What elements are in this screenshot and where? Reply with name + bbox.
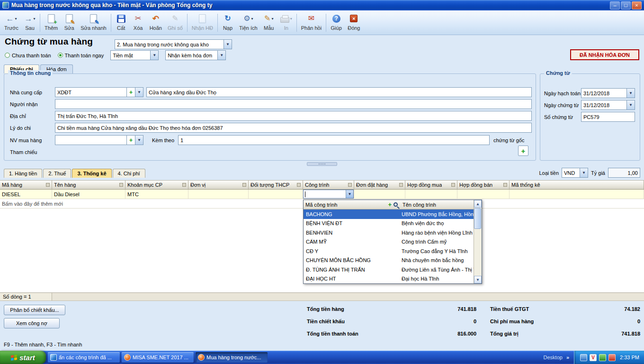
scrollbar[interactable]: ▲ ▼ (474, 200, 482, 283)
column-header-ma-thong-ke[interactable]: Mã thống kê (510, 181, 644, 189)
pin-column-icon[interactable] (119, 183, 123, 187)
toolbar-button-nhan-hd[interactable]: Nhận HĐ (189, 11, 216, 34)
cell-ma-hang[interactable]: DIESEL (0, 190, 52, 199)
attach-field[interactable]: 1 (178, 135, 490, 145)
cell-don-vi[interactable] (188, 190, 249, 199)
toolbar-button-mau[interactable]: ✎▾ Mẫu (260, 11, 277, 34)
doc-no-field[interactable]: PC579 (581, 112, 635, 122)
toolbar-button-nap[interactable]: ↻ Nạp (219, 11, 236, 34)
desktop-toolbar[interactable]: Desktop » (539, 355, 574, 360)
dropdown-caret-icon[interactable]: ▾ (290, 17, 292, 21)
chevron-down-icon[interactable]: ▼ (150, 51, 158, 60)
combo-dropdown-button[interactable]: ▼ (346, 190, 353, 198)
pin-column-icon[interactable] (451, 183, 455, 187)
invoice-option-select[interactable]: Nhận kèm hóa đơn ▼ (165, 50, 226, 60)
radio-chua-thanh-toan[interactable]: Chưa thanh toán (5, 53, 51, 58)
cell-hop-dong-mua[interactable] (405, 190, 457, 199)
table-row[interactable]: DIESEL Dầu Diesel MTC ▼ (0, 190, 644, 199)
list-item[interactable]: CHUYÊN MÔN BẮC HỒNGNhà chuyên môn bắc hồ… (304, 256, 474, 265)
toolbar-button-xoa[interactable]: ✂ Xóa (130, 11, 147, 34)
start-button[interactable]: start (0, 351, 46, 364)
pin-column-icon[interactable] (46, 183, 50, 187)
add-new-icon[interactable]: + (388, 201, 392, 208)
allocate-discount-button[interactable]: Phân bổ chiết khấu... (4, 305, 65, 315)
radio-selected-icon[interactable] (58, 53, 63, 58)
cong-trinh-editor[interactable]: ▼ (303, 190, 354, 199)
view-debt-button[interactable]: Xem công nợ (4, 318, 60, 328)
add-new-icon[interactable]: + (126, 136, 135, 145)
radio-icon[interactable] (5, 53, 10, 58)
column-header-hop-dong-ban[interactable]: Hợp đồng bán (457, 181, 510, 189)
chevron-down-icon[interactable]: ▼ (580, 168, 588, 177)
add-reference-button[interactable]: + (518, 146, 528, 156)
chevron-down-icon[interactable]: ▼ (626, 100, 635, 109)
tab-thong-ke[interactable]: 3. Thống kê (72, 169, 111, 178)
taskbar-task-3[interactable]: Mua hàng trong nước... (196, 352, 268, 363)
doc-date-picker[interactable]: 31/12/2018 ▼ (581, 100, 635, 110)
expand-chevron-icon[interactable]: » (566, 355, 569, 360)
radio-thanh-toan-ngay[interactable]: Thanh toán ngay (58, 53, 104, 58)
toolbar-button-in[interactable]: ▾ In (277, 11, 295, 34)
toolbar-button-phan-hoi[interactable]: ✉ Phản hồi (298, 11, 324, 34)
list-item[interactable]: CĐ YTrường Cao đẳng Y Hà Tĩnh (304, 246, 474, 256)
toolbar-button-truoc[interactable]: ←▾ Trước (1, 11, 21, 34)
toolbar-button-sua[interactable]: ✎ Sửa (61, 11, 78, 34)
toolbar-button-hoan[interactable]: ↶ Hoãn (147, 11, 165, 34)
taskbar-task-2[interactable]: MISA SME.NET 2017 ... (122, 352, 194, 363)
list-item[interactable]: CẨM MỸCông trình Cẩm mỹ (304, 237, 474, 247)
pin-column-icon[interactable] (242, 183, 246, 187)
maximize-button[interactable]: □ (621, 1, 631, 9)
taskbar-task-1[interactable]: ẩn các công trình đã ... (48, 352, 120, 363)
address-field[interactable]: Thị trấn Đức Thọ, Hà Tĩnh (55, 111, 532, 121)
column-header-khoan-muc-cp[interactable]: Khoản mục CP (125, 181, 188, 189)
scroll-down-button[interactable]: ▼ (474, 276, 482, 283)
chevron-down-icon[interactable]: ▼ (135, 88, 143, 97)
pin-column-icon[interactable] (182, 183, 186, 187)
cell-don-dat-hang[interactable] (354, 190, 405, 199)
chevron-down-icon[interactable]: ▼ (626, 89, 635, 98)
toolbar-button-sau[interactable]: →▾ Sau (21, 11, 38, 34)
list-item[interactable]: BACHONGUBND Phường Bắc Hồng, Hồng Lĩnh (304, 209, 474, 219)
toolbar-button-them[interactable]: + Thêm (42, 11, 61, 34)
reason-field[interactable]: Chi tiền mua hàng Cửa hàng xăng dầu Đức … (55, 123, 532, 133)
pin-column-icon[interactable] (297, 183, 301, 187)
receiver-field[interactable] (55, 99, 532, 109)
chevron-down-icon[interactable]: ▼ (224, 40, 232, 49)
posting-date-picker[interactable]: 31/12/2018 ▼ (581, 88, 635, 98)
search-icon[interactable] (394, 202, 398, 207)
list-item[interactable]: ĐẠI HỌC HTĐại học Hà Tĩnh (304, 274, 474, 284)
dropdown-caret-icon[interactable]: ▾ (15, 17, 17, 21)
column-header-don-vi[interactable]: Đơn vị (188, 181, 249, 189)
network-icon[interactable] (580, 354, 587, 361)
list-item[interactable]: BỆNH VIỆN ĐTBệnh viện đức thọ (304, 219, 474, 228)
payment-method-select[interactable]: Tiền mặt ▼ (110, 50, 159, 60)
column-header-cong-trinh[interactable]: Công trình (303, 181, 354, 189)
tab-hang-tien[interactable]: 1. Hàng tiền (4, 169, 42, 178)
column-header-ma-hang[interactable]: Mã hàng (0, 181, 52, 189)
chevron-down-icon[interactable]: ▼ (135, 136, 143, 145)
pin-column-icon[interactable] (399, 183, 403, 187)
supplier-combo[interactable]: XDĐT + ▼ (55, 87, 143, 97)
scroll-up-button[interactable]: ▲ (474, 200, 482, 208)
close-button[interactable]: × (632, 1, 642, 9)
scrollbar-track[interactable] (474, 208, 482, 276)
dropdown-caret-icon[interactable]: ▾ (251, 17, 253, 21)
splitter-grip[interactable] (307, 162, 337, 166)
cell-khoan-muc-cp[interactable]: MTC (125, 190, 188, 199)
pin-column-icon[interactable] (503, 183, 507, 187)
list-item[interactable]: Đ. TÙNG ẢNH THỊ TRẤNĐường Liên xã Tùng Ả… (304, 265, 474, 274)
cell-doi-tuong-thcp[interactable] (249, 190, 303, 199)
scrollbar-thumb[interactable] (474, 208, 481, 229)
security-alert-icon[interactable] (608, 354, 616, 361)
toolbar-button-ghi-so[interactable]: ✎ Ghi sổ (165, 11, 186, 34)
toolbar-button-sua-nhanh[interactable]: ✎ Sửa nhanh (78, 11, 109, 34)
toolbar-button-dong[interactable]: × Đóng (345, 11, 363, 34)
tab-thue[interactable]: 2. Thuế (43, 169, 71, 178)
toolbar-button-cat[interactable]: Cất (113, 11, 130, 34)
add-new-row-hint[interactable]: Bấm vào đây để thêm mới (0, 199, 125, 209)
add-new-icon[interactable]: + (126, 88, 135, 97)
pin-column-icon[interactable] (348, 183, 352, 187)
minimize-button[interactable]: – (610, 1, 620, 9)
cell-cong-trinh[interactable]: ▼ (303, 190, 354, 199)
currency-select[interactable]: VND ▼ (562, 168, 588, 178)
